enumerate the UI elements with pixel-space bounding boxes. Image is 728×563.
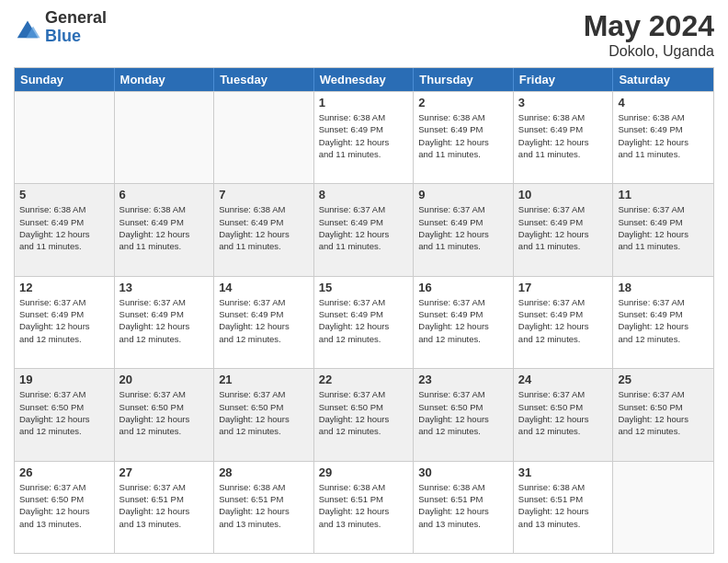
- day-number: 28: [219, 465, 309, 479]
- day-number: 6: [119, 188, 210, 201]
- day-number: 27: [119, 465, 210, 479]
- day-number: 5: [19, 188, 109, 201]
- day-number: 20: [119, 373, 210, 386]
- day-info: Sunrise: 6:37 AM Sunset: 6:50 PM Dayligh…: [518, 388, 609, 437]
- day-number: 19: [19, 373, 109, 386]
- location: Dokolo, Uganda: [584, 43, 714, 60]
- day-info: Sunrise: 6:37 AM Sunset: 6:50 PM Dayligh…: [119, 388, 210, 437]
- day-of-week-header: Friday: [514, 68, 614, 91]
- calendar-body: 1Sunrise: 6:38 AM Sunset: 6:49 PM Daylig…: [15, 91, 713, 553]
- day-info: Sunrise: 6:38 AM Sunset: 6:49 PM Dayligh…: [219, 203, 309, 252]
- day-number: 22: [319, 373, 409, 386]
- day-info: Sunrise: 6:38 AM Sunset: 6:49 PM Dayligh…: [518, 111, 609, 160]
- day-info: Sunrise: 6:37 AM Sunset: 6:49 PM Dayligh…: [518, 296, 609, 345]
- day-info: Sunrise: 6:38 AM Sunset: 6:51 PM Dayligh…: [219, 481, 309, 530]
- day-number: 21: [219, 373, 309, 386]
- day-number: 16: [418, 281, 508, 294]
- calendar-row: 12Sunrise: 6:37 AM Sunset: 6:49 PM Dayli…: [15, 276, 713, 368]
- day-number: 1: [319, 96, 409, 109]
- day-number: 14: [219, 281, 309, 294]
- day-number: 10: [518, 188, 609, 201]
- day-info: Sunrise: 6:38 AM Sunset: 6:49 PM Dayligh…: [119, 203, 210, 252]
- calendar-cell: [115, 92, 215, 183]
- calendar-row: 5Sunrise: 6:38 AM Sunset: 6:49 PM Daylig…: [15, 183, 713, 275]
- calendar-cell: 7Sunrise: 6:38 AM Sunset: 6:49 PM Daylig…: [214, 184, 314, 275]
- day-info: Sunrise: 6:37 AM Sunset: 6:49 PM Dayligh…: [319, 203, 409, 252]
- calendar-header: SundayMondayTuesdayWednesdayThursdayFrid…: [15, 68, 713, 91]
- logo-icon: [14, 14, 41, 41]
- day-number: 11: [618, 188, 709, 201]
- day-of-week-header: Monday: [115, 68, 215, 91]
- day-info: Sunrise: 6:37 AM Sunset: 6:49 PM Dayligh…: [219, 296, 309, 345]
- day-info: Sunrise: 6:37 AM Sunset: 6:49 PM Dayligh…: [119, 296, 210, 345]
- calendar-cell: [214, 92, 314, 183]
- calendar-cell: 16Sunrise: 6:37 AM Sunset: 6:49 PM Dayli…: [414, 277, 514, 368]
- day-number: 4: [618, 96, 709, 109]
- calendar-cell: [15, 92, 115, 183]
- day-number: 7: [219, 188, 309, 201]
- calendar-cell: 21Sunrise: 6:37 AM Sunset: 6:50 PM Dayli…: [214, 369, 314, 460]
- calendar-cell: 15Sunrise: 6:37 AM Sunset: 6:49 PM Dayli…: [314, 277, 415, 368]
- day-info: Sunrise: 6:37 AM Sunset: 6:50 PM Dayligh…: [319, 388, 409, 437]
- day-number: 15: [319, 281, 409, 294]
- day-info: Sunrise: 6:37 AM Sunset: 6:50 PM Dayligh…: [19, 388, 109, 437]
- month-year: May 2024: [584, 9, 714, 43]
- calendar-cell: 3Sunrise: 6:38 AM Sunset: 6:49 PM Daylig…: [514, 92, 614, 183]
- day-number: 2: [418, 96, 508, 109]
- day-of-week-header: Wednesday: [314, 68, 415, 91]
- day-number: 26: [19, 465, 109, 479]
- day-info: Sunrise: 6:37 AM Sunset: 6:49 PM Dayligh…: [418, 203, 508, 252]
- calendar-cell: 17Sunrise: 6:37 AM Sunset: 6:49 PM Dayli…: [514, 277, 614, 368]
- calendar-cell: 13Sunrise: 6:37 AM Sunset: 6:49 PM Dayli…: [115, 277, 215, 368]
- day-info: Sunrise: 6:37 AM Sunset: 6:50 PM Dayligh…: [418, 388, 508, 437]
- day-info: Sunrise: 6:37 AM Sunset: 6:49 PM Dayligh…: [19, 296, 109, 345]
- day-number: 3: [518, 96, 609, 109]
- calendar-cell: 6Sunrise: 6:38 AM Sunset: 6:49 PM Daylig…: [115, 184, 215, 275]
- calendar-cell: 25Sunrise: 6:37 AM Sunset: 6:50 PM Dayli…: [613, 369, 713, 460]
- day-info: Sunrise: 6:38 AM Sunset: 6:51 PM Dayligh…: [518, 481, 609, 530]
- calendar-cell: 26Sunrise: 6:37 AM Sunset: 6:50 PM Dayli…: [15, 462, 115, 553]
- day-of-week-header: Thursday: [414, 68, 514, 91]
- day-number: 17: [518, 281, 609, 294]
- day-info: Sunrise: 6:37 AM Sunset: 6:50 PM Dayligh…: [19, 481, 109, 530]
- calendar-row: 1Sunrise: 6:38 AM Sunset: 6:49 PM Daylig…: [15, 91, 713, 183]
- day-number: 8: [319, 188, 409, 201]
- day-info: Sunrise: 6:37 AM Sunset: 6:49 PM Dayligh…: [618, 296, 709, 345]
- day-number: 24: [518, 373, 609, 386]
- header: General Blue May 2024 Dokolo, Uganda: [14, 9, 714, 60]
- calendar-cell: 23Sunrise: 6:37 AM Sunset: 6:50 PM Dayli…: [414, 369, 514, 460]
- calendar-cell: 5Sunrise: 6:38 AM Sunset: 6:49 PM Daylig…: [15, 184, 115, 275]
- day-number: 23: [418, 373, 508, 386]
- day-of-week-header: Saturday: [613, 68, 713, 91]
- calendar-cell: 2Sunrise: 6:38 AM Sunset: 6:49 PM Daylig…: [414, 92, 514, 183]
- day-info: Sunrise: 6:37 AM Sunset: 6:50 PM Dayligh…: [618, 388, 709, 437]
- day-info: Sunrise: 6:37 AM Sunset: 6:49 PM Dayligh…: [319, 296, 409, 345]
- day-number: 9: [418, 188, 508, 201]
- calendar-cell: 31Sunrise: 6:38 AM Sunset: 6:51 PM Dayli…: [514, 462, 614, 553]
- calendar-cell: [613, 462, 713, 553]
- calendar-cell: 12Sunrise: 6:37 AM Sunset: 6:49 PM Dayli…: [15, 277, 115, 368]
- day-info: Sunrise: 6:38 AM Sunset: 6:49 PM Dayligh…: [418, 111, 508, 160]
- calendar-cell: 28Sunrise: 6:38 AM Sunset: 6:51 PM Dayli…: [214, 462, 314, 553]
- calendar-cell: 18Sunrise: 6:37 AM Sunset: 6:49 PM Dayli…: [613, 277, 713, 368]
- day-info: Sunrise: 6:38 AM Sunset: 6:51 PM Dayligh…: [319, 481, 409, 530]
- calendar-cell: 9Sunrise: 6:37 AM Sunset: 6:49 PM Daylig…: [414, 184, 514, 275]
- page: General Blue May 2024 Dokolo, Uganda Sun…: [0, 0, 728, 563]
- calendar-cell: 11Sunrise: 6:37 AM Sunset: 6:49 PM Dayli…: [613, 184, 713, 275]
- day-info: Sunrise: 6:37 AM Sunset: 6:49 PM Dayligh…: [418, 296, 508, 345]
- day-of-week-header: Tuesday: [214, 68, 314, 91]
- logo-general: General: [45, 9, 107, 28]
- day-number: 30: [418, 465, 508, 479]
- calendar-row: 19Sunrise: 6:37 AM Sunset: 6:50 PM Dayli…: [15, 368, 713, 460]
- day-info: Sunrise: 6:38 AM Sunset: 6:49 PM Dayligh…: [618, 111, 709, 160]
- calendar-cell: 29Sunrise: 6:38 AM Sunset: 6:51 PM Dayli…: [314, 462, 415, 553]
- calendar-cell: 22Sunrise: 6:37 AM Sunset: 6:50 PM Dayli…: [314, 369, 415, 460]
- calendar-cell: 24Sunrise: 6:37 AM Sunset: 6:50 PM Dayli…: [514, 369, 614, 460]
- calendar: SundayMondayTuesdayWednesdayThursdayFrid…: [14, 67, 714, 554]
- calendar-cell: 14Sunrise: 6:37 AM Sunset: 6:49 PM Dayli…: [214, 277, 314, 368]
- day-info: Sunrise: 6:37 AM Sunset: 6:49 PM Dayligh…: [618, 203, 709, 252]
- day-info: Sunrise: 6:37 AM Sunset: 6:50 PM Dayligh…: [219, 388, 309, 437]
- day-info: Sunrise: 6:38 AM Sunset: 6:49 PM Dayligh…: [319, 111, 409, 160]
- day-number: 25: [618, 373, 709, 386]
- calendar-row: 26Sunrise: 6:37 AM Sunset: 6:50 PM Dayli…: [15, 461, 713, 553]
